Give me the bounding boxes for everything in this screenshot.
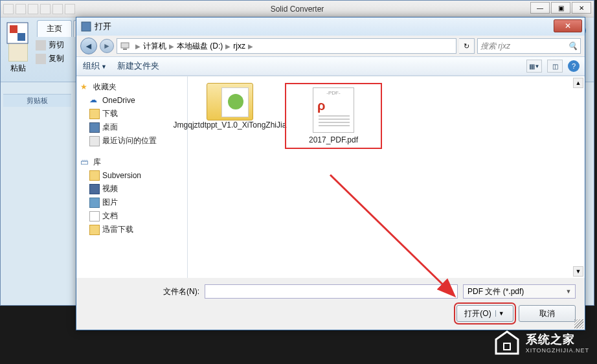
help-icon[interactable]: ? [568,60,580,72]
qa-icon[interactable] [3,4,14,14]
watermark: 系统之家 XITONGZHIJIA.NET [493,329,589,356]
dialog-close-button[interactable]: ✕ [554,19,582,32]
svg-rect-2 [17,33,25,41]
chevron-down-icon: ▼ [101,63,107,70]
open-button[interactable]: 打开(O) ▼ [456,305,513,322]
cut-button[interactable]: 剪切 [36,40,64,51]
scroll-down-button[interactable]: ▼ [573,266,583,277]
folder-icon [207,83,253,120]
file-item-folder[interactable]: Jmgqjztdtppt_V1.0_XiTongZhiJia [194,83,265,130]
svg-rect-7 [504,343,510,350]
svg-rect-5 [123,49,127,50]
maximize-button[interactable]: ▣ [551,2,570,14]
qa-icon[interactable] [28,4,38,14]
refresh-button[interactable]: ↻ [459,38,475,54]
filetype-dropdown[interactable]: PDF 文件 (*.pdf) ▼ [463,284,576,299]
filename-input[interactable]: ▼ [205,284,458,299]
organize-menu[interactable]: 组织▼ [83,60,107,72]
chevron-right-icon[interactable]: ▶ [135,43,141,50]
dialog-toolbar: 组织▼ 新建文件夹 ▦ ▼ ◫ ? [76,56,585,76]
chevron-down-icon[interactable]: ▼ [445,288,456,295]
sidebar-item-videos[interactable]: 视频 [78,182,186,196]
search-placeholder: 搜索 rjxz [480,41,510,52]
file-item-pdf[interactable]: ρ 2017_PDF.pdf [298,87,369,144]
cloud-icon: ☁ [89,95,100,106]
sidebar-item-desktop[interactable]: 桌面 [78,120,186,134]
minimize-button[interactable]: — [530,2,550,14]
open-file-dialog: 打开 ✕ ◄ ► ▶ 计算机 ▶ 本地磁盘 (D:) ▶ rjxz ▶ ↻ 搜索… [76,17,585,330]
chevron-right-icon[interactable]: ▶ [225,43,231,50]
recent-icon [89,136,100,146]
watermark-cn: 系统之家 [526,332,589,347]
cancel-button[interactable]: 取消 [519,305,576,322]
pdf-icon: ρ [313,87,354,133]
scissors-icon [36,40,46,51]
folder-icon [89,109,100,119]
new-folder-button[interactable]: 新建文件夹 [117,60,159,72]
dialog-icon [80,21,92,32]
nav-bar: ◄ ► ▶ 计算机 ▶ 本地磁盘 (D:) ▶ rjxz ▶ ↻ 搜索 rjxz… [76,36,585,56]
search-icon: 🔍 [568,41,578,51]
file-list-pane[interactable]: ▲ Jmgqjztdtppt_V1.0_XiTongZhiJia ρ 2017_… [188,76,585,278]
preview-pane-button[interactable]: ◫ [547,60,563,73]
chevron-right-icon[interactable]: ▶ [169,43,174,50]
filename-label: 文件名(N): [85,286,199,297]
video-icon [89,184,100,194]
breadcrumb-folder[interactable]: rjxz [233,41,245,51]
folder-icon [89,170,100,181]
chevron-down-icon[interactable]: ▼ [495,310,506,317]
svg-rect-4 [121,43,129,48]
sidebar-item-documents[interactable]: 文档 [78,209,186,223]
copy-icon [36,54,46,64]
dialog-title: 打开 [95,21,111,32]
svg-rect-3 [82,22,91,31]
computer-icon [120,41,130,51]
document-icon [89,211,100,222]
qa-icon[interactable] [16,4,26,14]
breadcrumb-disk[interactable]: 本地磁盘 (D:) [177,41,223,52]
back-button[interactable]: ◄ [80,38,97,54]
sidebar-item-xunlei[interactable]: 迅雷下载 [78,223,186,236]
sidebar-item-subversion[interactable]: Subversion [78,169,186,182]
sidebar: ★收藏夹 ☁OneDrive 下载 桌面 最近访问的位置 🗃库 Subversi… [76,76,188,278]
tab-home[interactable]: 主页 [37,20,72,37]
sidebar-item-pictures[interactable]: 图片 [78,196,186,209]
annotation-highlight-box: ρ 2017_PDF.pdf [285,83,382,149]
copy-button[interactable]: 复制 [36,53,64,64]
chevron-down-icon[interactable]: ▼ [563,288,574,295]
app-icon [5,20,30,46]
file-name: 2017_PDF.pdf [309,135,358,144]
breadcrumb[interactable]: ▶ 计算机 ▶ 本地磁盘 (D:) ▶ rjxz ▶ [117,38,456,54]
folder-icon [89,225,100,235]
search-input[interactable]: 搜索 rjxz 🔍 [477,38,581,54]
qa-icon[interactable] [40,4,51,14]
breadcrumb-computer[interactable]: 计算机 [143,41,166,52]
qa-icon[interactable] [65,4,75,14]
dialog-footer: 文件名(N): ▼ PDF 文件 (*.pdf) ▼ 打开(O) ▼ 取消 [76,278,585,328]
sidebar-item-onedrive[interactable]: ☁OneDrive [78,94,186,107]
star-icon: ★ [80,82,91,93]
close-button[interactable]: ✕ [572,2,591,14]
svg-rect-1 [10,25,17,33]
paste-label: 粘贴 [10,63,26,74]
watermark-en: XITONGZHIJIA.NET [526,347,589,354]
picture-icon [89,198,100,208]
chevron-right-icon[interactable]: ▶ [248,43,253,50]
main-titlebar: Solid Converter — ▣ ✕ [1,1,594,17]
file-name: Jmgqjztdtppt_V1.0_XiTongZhiJia [174,120,287,130]
clipboard-group-label: 剪贴板 [3,94,71,107]
view-button[interactable]: ▦ ▼ [526,60,542,73]
dialog-titlebar: 打开 ✕ [76,17,585,36]
sidebar-item-recent[interactable]: 最近访问的位置 [78,134,186,148]
watermark-logo-icon [493,329,521,356]
quick-access-toolbar [1,3,78,16]
sidebar-favorites[interactable]: ★收藏夹 [78,80,186,94]
app-title: Solid Converter [271,5,324,14]
sidebar-libraries[interactable]: 🗃库 [78,155,186,169]
scroll-up-button[interactable]: ▲ [573,78,583,88]
library-icon: 🗃 [80,157,91,168]
sidebar-item-downloads[interactable]: 下载 [78,107,186,120]
qa-icon[interactable] [52,4,63,14]
resize-grip[interactable] [574,319,583,328]
forward-button[interactable]: ► [100,39,114,53]
